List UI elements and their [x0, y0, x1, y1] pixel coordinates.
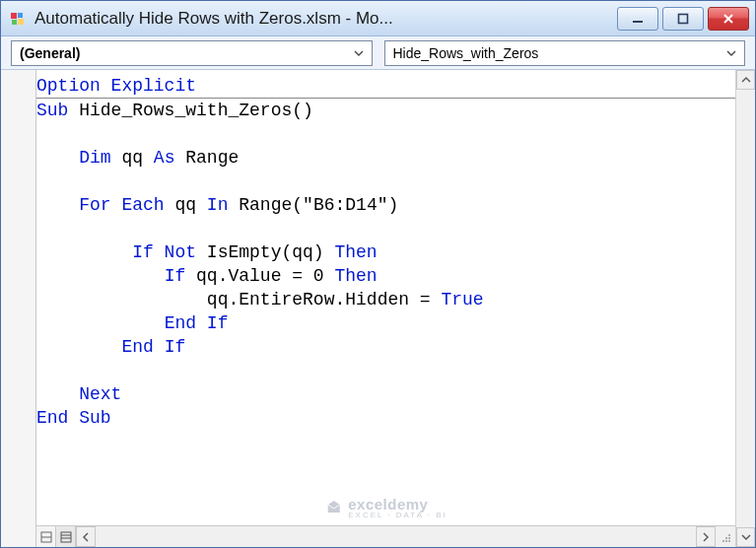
titlebar[interactable]: Automatically Hide Rows with Zeros.xlsm … — [1, 1, 755, 36]
code-pane: Option Explicit Sub Hide_Rows_with_Zeros… — [1, 70, 755, 547]
window-controls — [617, 7, 749, 31]
watermark: exceldemy EXCEL · DATA · BI — [324, 496, 447, 519]
procedure-dropdown[interactable]: Hide_Rows_with_Zeros — [384, 40, 746, 66]
svg-point-16 — [728, 540, 730, 542]
window-title: Automatically Hide Rows with Zeros.xlsm … — [34, 9, 617, 29]
resize-grip-icon[interactable] — [716, 526, 735, 547]
scroll-down-button[interactable] — [736, 527, 755, 547]
svg-point-14 — [722, 540, 724, 542]
dropdown-row: (General) Hide_Rows_with_Zeros — [1, 36, 755, 70]
svg-rect-5 — [679, 14, 688, 23]
code-editor[interactable]: Option Explicit Sub Hide_Rows_with_Zeros… — [36, 70, 735, 525]
object-dropdown-value: (General) — [20, 45, 80, 61]
svg-rect-4 — [633, 21, 643, 23]
margin-indicator-bar[interactable] — [1, 70, 36, 547]
svg-rect-2 — [12, 20, 17, 25]
chevron-down-icon — [722, 44, 740, 62]
watermark-tag: EXCEL · DATA · BI — [348, 511, 447, 519]
full-module-view-button[interactable] — [56, 526, 76, 547]
app-icon — [9, 10, 27, 28]
svg-point-11 — [728, 534, 730, 536]
code-wrap: Option Explicit Sub Hide_Rows_with_Zeros… — [36, 70, 735, 547]
svg-rect-3 — [18, 19, 24, 25]
maximize-button[interactable] — [662, 7, 704, 31]
close-button[interactable] — [708, 7, 749, 31]
procedure-view-button[interactable] — [36, 526, 56, 547]
scroll-up-button[interactable] — [736, 70, 755, 90]
svg-rect-1 — [18, 13, 23, 18]
code-text[interactable]: Option Explicit Sub Hide_Rows_with_Zeros… — [36, 70, 735, 430]
procedure-dropdown-value: Hide_Rows_with_Zeros — [393, 45, 539, 61]
svg-point-12 — [725, 537, 727, 539]
watermark-brand: exceldemy — [348, 496, 428, 513]
horizontal-scrollbar[interactable] — [76, 526, 716, 547]
bottom-bar — [36, 525, 735, 547]
svg-point-13 — [728, 537, 730, 539]
svg-rect-0 — [11, 13, 17, 19]
vertical-scrollbar[interactable] — [735, 70, 755, 547]
svg-point-15 — [725, 540, 727, 542]
scroll-right-button[interactable] — [696, 526, 716, 547]
vba-editor-window: Automatically Hide Rows with Zeros.xlsm … — [0, 0, 756, 548]
object-dropdown[interactable]: (General) — [11, 40, 373, 66]
svg-rect-8 — [61, 532, 71, 542]
hscroll-track[interactable] — [96, 526, 696, 547]
minimize-button[interactable] — [617, 7, 658, 31]
chevron-down-icon — [350, 44, 368, 62]
scroll-left-button[interactable] — [76, 526, 96, 547]
